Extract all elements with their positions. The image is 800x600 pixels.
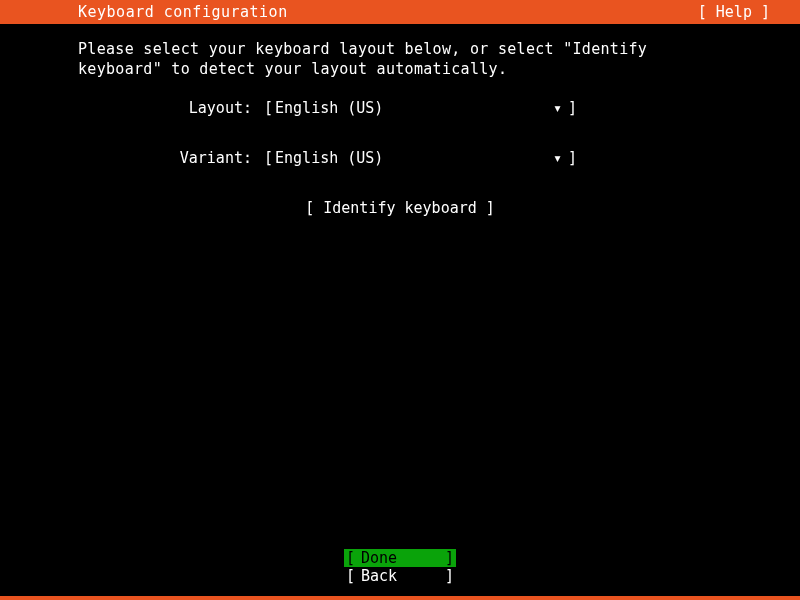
chevron-down-icon: ▾ [553,149,562,167]
identify-row: [ Identify keyboard ] [78,199,722,217]
variant-value: English (US) [275,149,553,167]
done-label: Done [355,549,397,567]
bracket-close: ] [445,549,456,568]
identify-keyboard-button[interactable]: [ Identify keyboard ] [305,199,495,217]
back-button[interactable]: [Back] [344,567,456,586]
help-button[interactable]: [ Help ] [698,3,790,21]
back-label: Back [355,567,397,585]
bracket-open: [ [344,567,355,585]
bottom-accent-stripe [0,596,800,600]
page-title: Keyboard configuration [78,3,288,21]
header-bar: Keyboard configuration [ Help ] [0,0,800,24]
done-row: [Done] [0,549,800,568]
done-button[interactable]: [Done] [344,549,456,568]
content-area: Please select your keyboard layout below… [0,24,800,217]
layout-row: Layout: [ English (US) ▾ ] [168,99,722,117]
variant-row: Variant: [ English (US) ▾ ] [168,149,722,167]
variant-label: Variant: [168,149,264,167]
instruction-text: Please select your keyboard layout below… [78,40,722,79]
chevron-down-icon: ▾ [553,99,562,117]
bracket-close: ] [445,567,456,586]
variant-dropdown[interactable]: [ English (US) ▾ ] [264,149,577,167]
bracket-close: ] [568,99,577,117]
layout-label: Layout: [168,99,264,117]
footer-buttons: [Done] [Back] [0,549,800,587]
bracket-open: [ [264,99,273,117]
back-row: [Back] [0,567,800,586]
bracket-open: [ [264,149,273,167]
layout-value: English (US) [275,99,553,117]
bracket-open: [ [344,549,355,567]
layout-dropdown[interactable]: [ English (US) ▾ ] [264,99,577,117]
bracket-close: ] [568,149,577,167]
